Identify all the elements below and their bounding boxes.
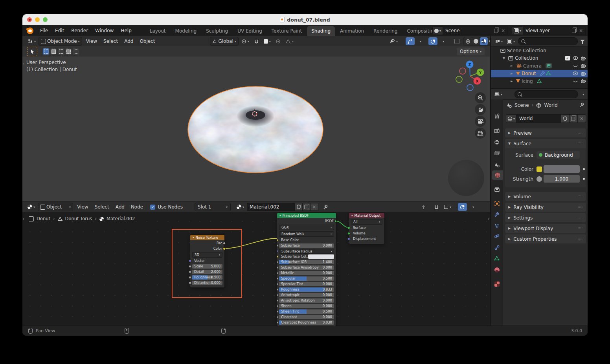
input-socket[interactable]: [277, 283, 278, 285]
collapsed-panel[interactable]: ▶Ray Visibility∷∷: [505, 203, 586, 212]
new-viewlayer-icon[interactable]: [572, 29, 576, 33]
overlays-toggle[interactable]: [428, 37, 437, 45]
breadcrumb-scene[interactable]: Scene: [514, 102, 529, 108]
tab-constraints[interactable]: [491, 243, 503, 252]
navigation-gizmo[interactable]: Z Y X: [452, 59, 489, 95]
node-param-widget[interactable]: Subsurface IOR 1.400: [279, 260, 334, 264]
xray-toggle[interactable]: [452, 37, 461, 45]
snap-magnet-icon[interactable]: [252, 37, 261, 45]
scene-name-field[interactable]: Scene ×: [443, 26, 508, 35]
menu-item[interactable]: Edit: [51, 28, 68, 33]
workspace-tab[interactable]: Texture Paint: [267, 26, 306, 36]
pan-hand-button[interactable]: [475, 104, 486, 115]
animate-decorator[interactable]: [583, 178, 585, 180]
world-name-field[interactable]: World: [516, 114, 561, 123]
solid-shading-button[interactable]: [472, 37, 480, 45]
workspace-tab[interactable]: Modeling: [171, 26, 201, 36]
tab-view-layer[interactable]: [491, 148, 503, 158]
outliner-row[interactable]: ▼ Collection: [491, 55, 588, 62]
collapsed-panel[interactable]: ▶Volume∷∷: [505, 192, 586, 201]
tab-tool[interactable]: [491, 111, 503, 121]
outliner-row[interactable]: ► Icing: [491, 77, 588, 85]
input-socket[interactable]: [277, 316, 278, 318]
tab-object[interactable]: [491, 199, 503, 208]
node-param-widget[interactable]: Anisotropic 0.000: [279, 293, 334, 297]
input-socket[interactable]: [277, 272, 278, 274]
expander-arrow[interactable]: ►: [511, 64, 514, 68]
tab-texture[interactable]: [491, 279, 503, 289]
viewlayer-browse-button[interactable]: ▾: [512, 26, 523, 35]
toolbar-expand-arrow[interactable]: ›: [23, 61, 24, 66]
workspace-tab[interactable]: UV Editing: [233, 26, 266, 36]
camera-view-button[interactable]: [475, 116, 486, 127]
world-browse-button[interactable]: ▾: [506, 114, 516, 123]
viewport-menu-item[interactable]: Object: [136, 38, 158, 44]
editor-type-dropdown[interactable]: ▾: [26, 37, 38, 45]
tab-modifiers[interactable]: [491, 210, 503, 219]
shader-type-dropdown[interactable]: Object▾: [38, 203, 73, 211]
gizmos-toggle[interactable]: [406, 37, 415, 45]
workspace-tab[interactable]: Shading: [307, 26, 335, 36]
gizmo-neg-x[interactable]: [459, 68, 466, 74]
input-socket[interactable]: [277, 288, 278, 291]
toggle-perspective-button[interactable]: [475, 128, 486, 139]
outliner-row[interactable]: Scene Collection ✓: [491, 47, 588, 55]
node-param-widget[interactable]: Specular Tint 0.000: [279, 282, 334, 286]
select-subtract-mode-button[interactable]: [58, 48, 64, 55]
gizmo-neg-y[interactable]: [456, 76, 462, 82]
expander-arrow[interactable]: ▼: [503, 57, 507, 60]
tab-output[interactable]: [491, 137, 503, 147]
use-nodes-toggle[interactable]: ✓ Use Nodes: [150, 204, 183, 210]
tab-collection[interactable]: [491, 185, 503, 194]
viewlayer-name-field[interactable]: ViewLayer ×: [523, 26, 586, 35]
input-socket[interactable]: [277, 277, 278, 280]
node-overlays-toggle[interactable]: [458, 203, 467, 211]
expander-arrow[interactable]: ►: [511, 79, 514, 83]
render-visibility-camera-icon[interactable]: [581, 71, 586, 76]
node-param-widget[interactable]: Subsurface 0.000: [279, 243, 334, 248]
material-output-node[interactable]: ▾Material Output All▾ Surface Volume: [349, 213, 384, 244]
node-param-widget[interactable]: Subsurface Col...: [279, 254, 334, 259]
shader-menu-item[interactable]: View: [74, 204, 91, 210]
input-socket[interactable]: [347, 238, 350, 240]
tab-world[interactable]: [492, 170, 503, 180]
show-visibility-dropdown[interactable]: ▾: [387, 37, 400, 45]
menu-item[interactable]: File: [37, 28, 51, 33]
proportional-falloff-dropdown[interactable]: ▾: [283, 37, 296, 45]
node-snap-magnet-icon[interactable]: [432, 203, 441, 211]
panel-surface[interactable]: ▼Surface∷∷: [505, 139, 586, 148]
output-node-header[interactable]: ▾Material Output: [349, 213, 384, 218]
proportional-editing-icon[interactable]: [274, 37, 283, 45]
filter-icon[interactable]: [580, 40, 585, 43]
visibility-eye-closed-icon[interactable]: [573, 64, 578, 68]
input-socket[interactable]: [277, 321, 278, 324]
world-fake-user-button[interactable]: [561, 114, 570, 123]
tab-render[interactable]: [491, 126, 503, 135]
workspace-tab[interactable]: Layout: [145, 26, 170, 36]
input-socket[interactable]: [277, 294, 278, 296]
tab-scene[interactable]: [491, 160, 503, 170]
node-param-widget[interactable]: Sheen Tint 0.500: [279, 309, 334, 314]
active-tool-tweak-button[interactable]: [27, 47, 37, 56]
select-box-mode-button[interactable]: [43, 48, 49, 55]
tab-object-data[interactable]: [491, 254, 503, 263]
input-socket[interactable]: [347, 227, 350, 229]
input-socket[interactable]: [277, 299, 278, 302]
outliner-row[interactable]: ► Donut: [491, 70, 588, 78]
outliner-search-input[interactable]: [518, 37, 578, 45]
unlink-scene-icon[interactable]: ×: [501, 28, 505, 33]
node-param-widget[interactable]: Clearcoat Roughness 0.030: [279, 320, 334, 325]
node-param-widget[interactable]: Specular 0.500: [279, 276, 334, 281]
visibility-eye-icon[interactable]: [573, 56, 578, 60]
bsdf-output-socket[interactable]: [334, 220, 336, 223]
scene-browse-button[interactable]: ▾: [432, 26, 443, 35]
node-param-widget[interactable]: Anisotropic Rotation 0.000: [279, 298, 334, 303]
node-snap-target-dropdown[interactable]: ▾: [441, 203, 453, 211]
gizmo-neg-z[interactable]: [467, 84, 473, 91]
node-param-widget[interactable]: Subsurface Anisotropy 0.000: [279, 265, 334, 270]
collection-checkbox[interactable]: ✓: [565, 56, 570, 60]
node-param-widget[interactable]: Base Color: [279, 238, 334, 242]
material-slot-dropdown[interactable]: Slot 1▾: [195, 203, 231, 211]
menu-item[interactable]: Window: [92, 28, 117, 33]
node-param-widget[interactable]: Clearcoat 0.000: [279, 315, 334, 319]
